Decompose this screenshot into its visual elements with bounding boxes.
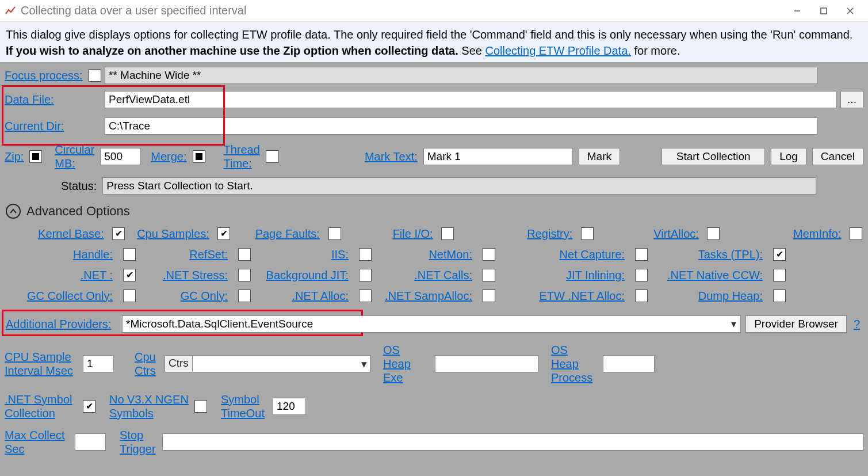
- current-dir-input[interactable]: [105, 117, 817, 135]
- merge-label[interactable]: Merge:: [151, 150, 186, 163]
- etw-alloc-checkbox[interactable]: [635, 290, 648, 302]
- virtalloc-label[interactable]: VirtAlloc:: [653, 227, 699, 241]
- os-heap-process-input[interactable]: [603, 355, 655, 372]
- dotnet-stress-checkbox[interactable]: [238, 269, 251, 281]
- samp-alloc-label[interactable]: .NET SampAlloc:: [385, 290, 472, 303]
- focus-checkbox[interactable]: [89, 69, 101, 82]
- banner-help-link[interactable]: Collecting ETW Profile Data.: [485, 44, 630, 57]
- netmon-checkbox[interactable]: [483, 248, 495, 261]
- zip-checkbox[interactable]: [29, 150, 42, 163]
- current-dir-label[interactable]: Current Dir:: [5, 120, 101, 133]
- os-heap-exe-input[interactable]: [435, 355, 538, 372]
- meminfo-label[interactable]: MemInfo:: [793, 227, 841, 241]
- thread-time-label[interactable]: ThreadTime:: [224, 143, 260, 170]
- file-io-checkbox[interactable]: [441, 227, 454, 240]
- cpu-ctrs-label[interactable]: CpuCtrs: [135, 350, 160, 378]
- mark-text-input[interactable]: [423, 148, 573, 165]
- gc-only-label[interactable]: GC Only:: [181, 290, 228, 303]
- dump-heap-checkbox[interactable]: [773, 290, 786, 302]
- native-ccw-checkbox[interactable]: [773, 269, 786, 281]
- bgjit-label[interactable]: Background JIT:: [266, 269, 349, 282]
- os-heap-process-label[interactable]: OS HeapProcess: [551, 343, 598, 384]
- registry-checkbox[interactable]: [581, 227, 594, 240]
- dotnet-stress-label[interactable]: .NET Stress:: [163, 269, 228, 282]
- focus-input[interactable]: [105, 67, 817, 84]
- tasks-label[interactable]: Tasks (TPL):: [698, 248, 763, 261]
- etw-alloc-label[interactable]: ETW .NET Alloc:: [539, 290, 625, 303]
- thread-time-checkbox[interactable]: [266, 150, 278, 163]
- symbol-timeout-input[interactable]: [273, 398, 306, 415]
- additional-providers-label[interactable]: Additional Providers:: [6, 318, 117, 331]
- chevron-down-icon[interactable]: ▾: [731, 318, 736, 330]
- data-file-input[interactable]: [105, 91, 837, 108]
- focus-label[interactable]: Focus process:: [5, 69, 85, 82]
- bgjit-checkbox[interactable]: [359, 269, 372, 281]
- file-io-label[interactable]: File I/O:: [393, 227, 433, 241]
- net-capture-label[interactable]: Net Capture:: [560, 248, 625, 261]
- netmon-label[interactable]: NetMon:: [429, 248, 472, 261]
- meminfo-checkbox[interactable]: [850, 227, 862, 240]
- net-alloc-label[interactable]: .NET Alloc:: [292, 290, 349, 303]
- close-button[interactable]: [837, 1, 863, 21]
- stop-trigger-label[interactable]: StopTrigger: [120, 428, 158, 456]
- jit-inlining-label[interactable]: JIT Inlining:: [566, 269, 625, 282]
- cpu-sample-input[interactable]: [83, 355, 114, 372]
- refset-label[interactable]: RefSet:: [189, 248, 228, 261]
- dotnet-calls-checkbox[interactable]: [483, 269, 495, 281]
- page-faults-checkbox[interactable]: [328, 227, 341, 240]
- tasks-checkbox[interactable]: [773, 248, 786, 261]
- virtalloc-checkbox[interactable]: [707, 227, 720, 240]
- provider-browser-button[interactable]: Provider Browser: [745, 315, 847, 333]
- additional-providers-input[interactable]: [122, 315, 741, 333]
- cpu-samples-checkbox[interactable]: [217, 227, 230, 240]
- samp-alloc-checkbox[interactable]: [483, 290, 495, 302]
- mark-text-label[interactable]: Mark Text:: [365, 150, 418, 163]
- log-button[interactable]: Log: [771, 148, 806, 165]
- gc-collect-label[interactable]: GC Collect Only:: [27, 290, 113, 303]
- gc-only-checkbox[interactable]: [238, 290, 251, 302]
- dotnet-calls-label[interactable]: .NET Calls:: [414, 269, 472, 282]
- iis-label[interactable]: IIS:: [331, 248, 349, 261]
- os-heap-exe-label[interactable]: OS HeapExe: [383, 343, 430, 384]
- data-file-label[interactable]: Data File:: [5, 93, 101, 106]
- net-capture-checkbox[interactable]: [635, 248, 648, 261]
- refset-checkbox[interactable]: [238, 248, 251, 261]
- provider-help-link[interactable]: ?: [851, 318, 862, 331]
- minimize-button[interactable]: [784, 1, 810, 21]
- native-ccw-label[interactable]: .NET Native CCW:: [667, 269, 763, 282]
- handle-checkbox[interactable]: [123, 248, 136, 261]
- dump-heap-label[interactable]: Dump Heap:: [698, 290, 763, 303]
- max-collect-input[interactable]: [75, 433, 106, 451]
- gc-collect-checkbox[interactable]: [123, 290, 136, 302]
- iis-checkbox[interactable]: [359, 248, 372, 261]
- handle-label[interactable]: Handle:: [73, 248, 113, 261]
- net-symbol-checkbox[interactable]: [83, 400, 95, 413]
- cpu-sample-label[interactable]: CPU SampleInterval Msec: [5, 350, 78, 378]
- kernel-base-label[interactable]: Kernel Base:: [38, 227, 104, 241]
- jit-inlining-checkbox[interactable]: [635, 269, 648, 281]
- no-v3-ngen-checkbox[interactable]: [194, 400, 207, 413]
- page-faults-label[interactable]: Page Faults:: [255, 227, 320, 241]
- cpu-ctrs-select[interactable]: [192, 355, 370, 372]
- maximize-button[interactable]: [810, 1, 837, 21]
- zip-label[interactable]: Zip:: [5, 150, 24, 163]
- max-collect-label[interactable]: Max CollectSec: [5, 428, 70, 456]
- symbol-timeout-label[interactable]: SymbolTimeOut: [221, 393, 268, 420]
- no-v3-ngen-label[interactable]: No V3.X NGENSymbols: [109, 393, 190, 420]
- merge-checkbox[interactable]: [193, 150, 205, 163]
- net-symbol-label[interactable]: .NET SymbolCollection: [5, 393, 78, 420]
- dotnet-checkbox[interactable]: [123, 269, 136, 281]
- data-file-browse-button[interactable]: ...: [840, 91, 863, 108]
- net-alloc-checkbox[interactable]: [359, 290, 372, 302]
- mark-button[interactable]: Mark: [579, 148, 620, 165]
- registry-label[interactable]: Registry:: [527, 227, 572, 241]
- circular-label[interactable]: CircularMB:: [55, 143, 94, 170]
- start-collection-button[interactable]: Start Collection: [661, 148, 765, 165]
- cancel-button[interactable]: Cancel: [812, 148, 863, 165]
- kernel-base-checkbox[interactable]: [112, 227, 125, 240]
- dotnet-label[interactable]: .NET :: [81, 269, 113, 282]
- circular-input[interactable]: [100, 148, 140, 165]
- advanced-toggle[interactable]: [6, 204, 21, 219]
- cpu-samples-label[interactable]: Cpu Samples:: [137, 227, 209, 241]
- cpu-ctrs-button[interactable]: Ctrs: [165, 355, 192, 372]
